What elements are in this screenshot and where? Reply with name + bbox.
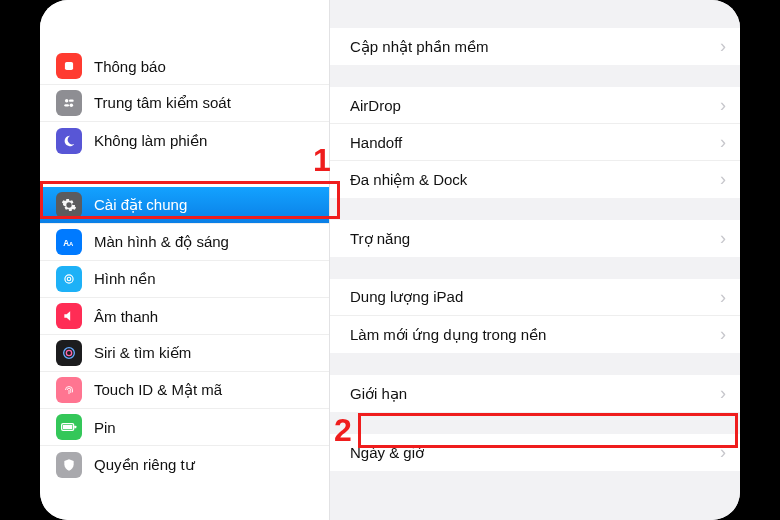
detail-item-storage[interactable]: Dung lượng iPad › [330, 279, 740, 316]
control-center-icon [56, 90, 82, 116]
sidebar-group-1: Thông báo Trung tâm kiểm soát Không làm … [40, 48, 329, 159]
sidebar-item-privacy[interactable]: Quyền riêng tư [40, 446, 329, 483]
chevron-right-icon: › [720, 36, 726, 57]
chevron-right-icon: › [720, 383, 726, 404]
sidebar-item-siri[interactable]: Siri & tìm kiếm [40, 335, 329, 372]
sidebar-item-label: Thông báo [94, 58, 315, 75]
detail-item-label: Ngày & giờ [350, 444, 712, 462]
svg-point-1 [65, 99, 69, 103]
svg-point-7 [65, 275, 73, 283]
sidebar-item-wallpaper[interactable]: Hình nền [40, 261, 329, 298]
siri-icon [56, 340, 82, 366]
svg-point-10 [66, 350, 71, 355]
detail-pane: Cập nhật phần mềm › AirDrop › Handoff › … [330, 0, 740, 520]
sidebar-item-battery[interactable]: Pin [40, 409, 329, 446]
svg-rect-13 [63, 425, 72, 429]
svg-rect-0 [65, 62, 73, 70]
detail-item-label: Handoff [350, 134, 712, 151]
sidebar-item-display[interactable]: AA Màn hình & độ sáng [40, 224, 329, 261]
settings-window: Thông báo Trung tâm kiểm soát Không làm … [40, 0, 740, 520]
detail-item-refresh[interactable]: Làm mới ứng dụng trong nền › [330, 316, 740, 353]
chevron-right-icon: › [720, 287, 726, 308]
detail-group-storage: Dung lượng iPad › Làm mới ứng dụng trong… [330, 279, 740, 353]
detail-item-label: Cập nhật phần mềm [350, 38, 712, 56]
detail-item-label: Giới hạn [350, 385, 712, 403]
notification-icon [56, 53, 82, 79]
sidebar-item-control-center[interactable]: Trung tâm kiểm soát [40, 85, 329, 122]
text-size-icon: AA [56, 229, 82, 255]
detail-group-software: Cập nhật phần mềm › [330, 28, 740, 65]
chevron-right-icon: › [720, 228, 726, 249]
detail-item-label: Dung lượng iPad [350, 288, 712, 306]
settings-sidebar: Thông báo Trung tâm kiểm soát Không làm … [40, 0, 330, 520]
chevron-right-icon: › [720, 442, 726, 463]
sound-icon [56, 303, 82, 329]
svg-rect-4 [69, 100, 74, 102]
chevron-right-icon: › [720, 169, 726, 190]
privacy-icon [56, 452, 82, 478]
sidebar-item-sounds[interactable]: Âm thanh [40, 298, 329, 335]
annotation-step-2: 2 [334, 412, 352, 449]
svg-rect-12 [74, 426, 76, 429]
svg-text:A: A [63, 239, 69, 248]
sidebar-item-label: Màn hình & độ sáng [94, 233, 315, 251]
svg-point-2 [70, 104, 74, 108]
detail-item-datetime[interactable]: Ngày & giờ › [330, 434, 740, 471]
moon-icon [56, 128, 82, 154]
chevron-right-icon: › [720, 95, 726, 116]
detail-group-datetime: Ngày & giờ › [330, 434, 740, 471]
sidebar-item-label: Quyền riêng tư [94, 456, 315, 474]
sidebar-item-label: Âm thanh [94, 308, 315, 325]
detail-item-multitask[interactable]: Đa nhiệm & Dock › [330, 161, 740, 198]
chevron-right-icon: › [720, 132, 726, 153]
battery-icon [56, 414, 82, 440]
svg-point-9 [64, 348, 75, 359]
sidebar-item-touchid[interactable]: Touch ID & Mật mã [40, 372, 329, 409]
fingerprint-icon [56, 377, 82, 403]
detail-item-label: AirDrop [350, 97, 712, 114]
sidebar-item-label: Trung tâm kiểm soát [94, 94, 315, 112]
sidebar-item-do-not-disturb[interactable]: Không làm phiền [40, 122, 329, 159]
annotation-step-1: 1 [313, 142, 331, 179]
detail-group-restrictions: Giới hạn › [330, 375, 740, 412]
detail-item-label: Trợ năng [350, 230, 712, 248]
sidebar-item-label: Không làm phiền [94, 132, 315, 150]
sidebar-item-general[interactable]: Cài đặt chung [40, 187, 329, 224]
sidebar-item-label: Hình nền [94, 270, 315, 288]
sidebar-item-label: Pin [94, 419, 315, 436]
detail-group-sharing: AirDrop › Handoff › Đa nhiệm & Dock › [330, 87, 740, 198]
sidebar-item-label: Cài đặt chung [94, 196, 315, 214]
detail-item-handoff[interactable]: Handoff › [330, 124, 740, 161]
gear-icon [56, 192, 82, 218]
detail-item-restrictions[interactable]: Giới hạn › [330, 375, 740, 412]
sidebar-item-label: Touch ID & Mật mã [94, 381, 315, 399]
wallpaper-icon [56, 266, 82, 292]
sidebar-item-notifications[interactable]: Thông báo [40, 48, 329, 85]
detail-item-accessibility[interactable]: Trợ năng › [330, 220, 740, 257]
sidebar-group-2: Cài đặt chung AA Màn hình & độ sáng Hình… [40, 187, 329, 483]
sidebar-item-label: Siri & tìm kiếm [94, 344, 315, 362]
svg-point-8 [67, 277, 71, 281]
detail-item-software-update[interactable]: Cập nhật phần mềm › [330, 28, 740, 65]
detail-item-airdrop[interactable]: AirDrop › [330, 87, 740, 124]
chevron-right-icon: › [720, 324, 726, 345]
detail-item-label: Đa nhiệm & Dock [350, 171, 712, 189]
svg-rect-3 [64, 104, 69, 106]
svg-text:A: A [69, 241, 74, 247]
detail-group-accessibility: Trợ năng › [330, 220, 740, 257]
detail-item-label: Làm mới ứng dụng trong nền [350, 326, 712, 344]
